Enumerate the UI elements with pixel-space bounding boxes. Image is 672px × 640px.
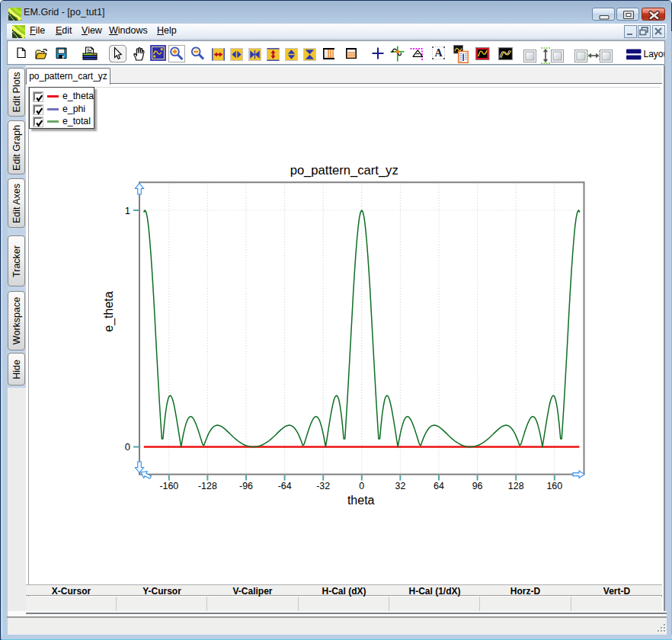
svg-text:A: A [434, 47, 443, 59]
